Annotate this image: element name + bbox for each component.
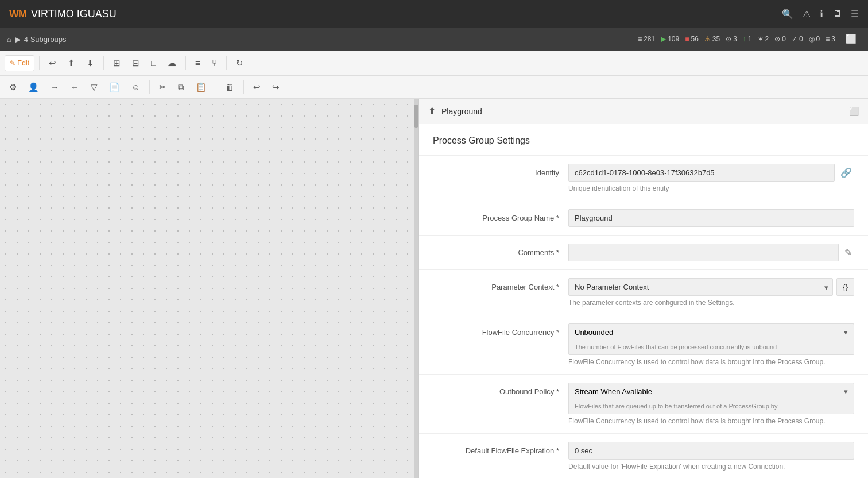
download-button[interactable]: ⬇	[82, 55, 99, 72]
threads-icon: ≡	[826, 35, 830, 43]
panel-header: ⬆ Playground ⬜	[419, 99, 868, 124]
stat-modified: ◎ 0	[809, 35, 820, 43]
separator-2	[103, 56, 104, 70]
form-area: Process Group Settings Identity 🔗 Unique…	[419, 124, 868, 478]
parameter-context-select-wrapper: No Parameter Context	[568, 278, 833, 296]
settings-button[interactable]: ⚙	[5, 79, 21, 96]
parameter-context-row: Parameter Context * No Parameter Context…	[419, 270, 868, 315]
upload-button[interactable]: ⬆	[63, 55, 80, 72]
stopped-icon: ■	[685, 35, 689, 43]
uptodate-value: 0	[799, 35, 803, 43]
main-content: ⬆ Playground ⬜ Process Group Settings Id…	[0, 99, 868, 478]
panel-maximize-icon[interactable]: ⬜	[849, 107, 859, 116]
flowfile-concurrency-hint: FlowFile Concurrency is used to control …	[568, 358, 854, 366]
outbound-policy-field: Stream When Available ▾ FlowFiles that a…	[568, 383, 854, 425]
maximize-canvas-btn[interactable]: ⬜	[841, 30, 861, 48]
flowfile-concurrency-chevron: ▾	[844, 328, 848, 337]
flowfile-concurrency-main[interactable]: Unbounded ▾	[569, 324, 854, 341]
disabled-value: 3	[733, 35, 737, 43]
identity-hint: Unique identification of this entity	[568, 184, 854, 192]
search-icon[interactable]: 🔍	[782, 9, 793, 20]
process-group-name-input[interactable]	[568, 209, 854, 227]
edit-button[interactable]: ✎ Edit	[5, 55, 34, 71]
users-button[interactable]: 👤	[24, 79, 44, 96]
cut-button[interactable]: ✂	[154, 79, 171, 96]
input-port-button[interactable]: →	[46, 79, 64, 95]
stat-running: ▶ 109	[661, 35, 679, 43]
grid4-button[interactable]: ⊞	[108, 55, 125, 72]
menu-icon[interactable]: ☰	[851, 9, 859, 20]
paste-button[interactable]: 📋	[191, 79, 211, 96]
outbound-policy-row: Outbound Policy * Stream When Available …	[419, 375, 868, 434]
canvas-dots	[0, 99, 418, 478]
parameter-context-btn[interactable]: {}	[836, 278, 854, 296]
delete-button[interactable]: 🗑	[221, 79, 239, 95]
separator-7	[243, 80, 244, 94]
default-flowfile-expiration-field: Default value for 'FlowFile Expiration' …	[568, 442, 854, 471]
document-button[interactable]: 📄	[104, 79, 125, 96]
output-port-button[interactable]: ←	[66, 79, 84, 95]
outbound-policy-dropdown[interactable]: Stream When Available ▾ FlowFiles that a…	[568, 383, 854, 414]
outbound-policy-chevron: ▾	[844, 387, 848, 396]
comments-edit-btn[interactable]: ✎	[842, 245, 854, 260]
refresh-button[interactable]: ↻	[231, 55, 248, 72]
outbound-policy-sub: FlowFiles that are queued up to be trans…	[569, 400, 854, 414]
flowfile-concurrency-dropdown[interactable]: Unbounded ▾ The number of FlowFiles that…	[568, 323, 854, 355]
vertical-scrollbar[interactable]	[414, 99, 418, 478]
identity-input[interactable]	[568, 164, 835, 182]
panel-upload-icon: ⬆	[428, 106, 436, 117]
filter-button[interactable]: ▽	[86, 79, 102, 96]
grid9-button[interactable]: ⊟	[127, 55, 144, 72]
list-button[interactable]: ≡	[191, 55, 205, 71]
stat-invalid: ⚠ 35	[704, 35, 720, 43]
branch-button[interactable]: ⑂	[207, 55, 222, 71]
default-flowfile-expiration-input[interactable]	[568, 442, 854, 460]
breadcrumb-bar: ⌂ ▶ 4 Subgroups ≡ 281 ▶ 109 ■ 56 ⚠ 35 ⊙ …	[0, 28, 868, 51]
modified-icon: ◎	[809, 35, 815, 43]
separator-6	[216, 80, 216, 94]
running-icon: ▶	[661, 35, 666, 43]
up-value: 1	[748, 35, 752, 43]
display-icon[interactable]: 🖥	[832, 9, 842, 19]
canvas-area[interactable]	[0, 99, 419, 478]
default-flowfile-expiration-row: Default FlowFile Expiration * Default va…	[419, 434, 868, 478]
stat-threads: ≡ 3	[826, 35, 835, 43]
separator-1	[39, 56, 40, 70]
undo-button[interactable]: ↩	[44, 55, 61, 72]
errors-icon: ⊘	[774, 35, 780, 43]
stat-queued: ≡ 281	[638, 35, 655, 43]
copy-button[interactable]: ⧉	[173, 79, 189, 96]
stat-errors: ⊘ 0	[774, 35, 786, 43]
face-button[interactable]: ☺	[127, 79, 145, 95]
cloud-button[interactable]: ☁	[163, 55, 181, 72]
toolbar-secondary: ⚙ 👤 → ← ▽ 📄 ☺ ✂ ⧉ 📋 🗑 ↩ ↪	[0, 76, 868, 99]
stat-disabled: ⊙ 3	[726, 35, 737, 43]
disabled-icon: ⊙	[726, 35, 731, 43]
comments-label: Comments *	[433, 244, 559, 257]
flowfile-concurrency-sub: The number of FlowFiles that can be proc…	[569, 341, 854, 354]
process-group-name-row: Process Group Name *	[419, 201, 868, 236]
identity-link-btn[interactable]: 🔗	[838, 165, 854, 180]
queued-icon: ≡	[638, 35, 642, 43]
flowfile-concurrency-label: FlowFile Concurrency *	[433, 323, 559, 337]
process-group-name-field	[568, 209, 854, 227]
undo2-button[interactable]: ↩	[249, 79, 265, 96]
scrollbar-thumb[interactable]	[414, 105, 418, 128]
errors-value: 0	[782, 35, 786, 43]
square-button[interactable]: □	[146, 55, 161, 71]
outbound-policy-main[interactable]: Stream When Available ▾	[569, 383, 854, 400]
logo-iguasu-text: VIRTIMO IGUASU	[31, 8, 117, 20]
home-icon[interactable]: ⌂	[7, 35, 11, 44]
breadcrumb-subgroups[interactable]: 4 Subgroups	[24, 35, 67, 44]
redo-button[interactable]: ↪	[268, 79, 284, 96]
breadcrumb-arrow: ▶	[15, 35, 21, 44]
invalid-value: 35	[712, 35, 720, 43]
parameter-context-select[interactable]: No Parameter Context	[568, 278, 833, 296]
comments-input[interactable]	[568, 244, 839, 261]
info-icon[interactable]: ℹ	[820, 9, 823, 20]
stat-stopped: ■ 56	[685, 35, 699, 43]
comments-row: Comments * ✎	[419, 236, 868, 270]
default-flowfile-expiration-label: Default FlowFile Expiration *	[433, 442, 559, 455]
queued-value: 281	[644, 35, 655, 43]
warning-icon[interactable]: ⚠	[803, 9, 811, 20]
